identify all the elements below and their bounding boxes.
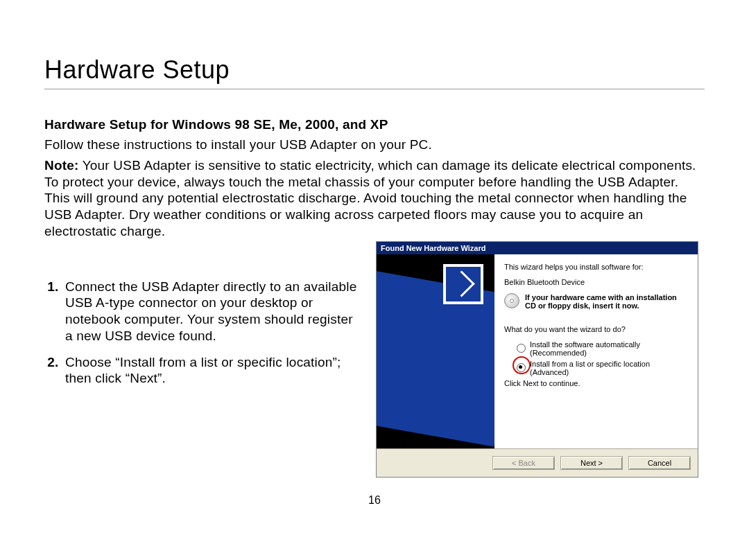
wizard-cd-text: If your hardware came with an installati… [525, 293, 688, 310]
wizard-titlebar: Found New Hardware Wizard [377, 242, 698, 254]
wizard-content: This wizard helps you install software f… [494, 254, 698, 448]
section-subhead: Hardware Setup for Windows 98 SE, Me, 20… [44, 117, 705, 132]
steps-list: Connect the USB Adapter directly to an a… [44, 279, 363, 387]
step-1: Connect the USB Adapter directly to an a… [62, 279, 363, 344]
manual-page: Hardware Setup Hardware Setup for Window… [0, 0, 749, 507]
note-paragraph: Note: Your USB Adapter is sensitive to s… [44, 157, 705, 240]
wizard-device-name: Belkin Bluetooth Device [504, 278, 688, 286]
cd-icon [504, 293, 519, 308]
step-2: Choose “Install from a list or specific … [62, 354, 363, 387]
two-column-area: Connect the USB Adapter directly to an a… [44, 240, 705, 478]
radio-icon [517, 344, 526, 353]
wizard-body: This wizard helps you install software f… [377, 254, 698, 448]
radio-install-list[interactable]: Install from a list or specific location… [517, 360, 688, 376]
radio-icon [517, 363, 526, 372]
wizard-radio-group: Install the software automatically (Reco… [517, 340, 688, 376]
cancel-button[interactable]: Cancel [628, 456, 691, 470]
wizard-footer: < Back Next > Cancel [377, 448, 698, 477]
note-body: Your USB Adapter is sensitive to static … [44, 158, 696, 238]
radio-list-label: Install from a list or specific location… [530, 360, 688, 376]
wizard-question: What do you want the wizard to do? [504, 325, 688, 333]
title-rule [44, 89, 705, 89]
back-button[interactable]: < Back [492, 456, 555, 470]
radio-install-auto[interactable]: Install the software automatically (Reco… [517, 340, 688, 357]
wizard-cd-hint: If your hardware came with an installati… [504, 293, 688, 310]
wizard-continue-line: Click Next to continue. [504, 379, 688, 387]
steps-column: Connect the USB Adapter directly to an a… [44, 240, 363, 397]
wizard-intro-line: This wizard helps you install software f… [504, 263, 688, 271]
next-button[interactable]: Next > [560, 456, 623, 470]
radio-auto-label: Install the software automatically (Reco… [530, 340, 688, 357]
wizard-sidebar-graphic [377, 254, 494, 448]
intro-text: Follow these instructions to install you… [44, 137, 705, 153]
note-label: Note: [44, 158, 79, 173]
page-number: 16 [44, 494, 705, 507]
found-new-hardware-wizard: Found New Hardware Wizard This wizard he… [376, 241, 698, 478]
page-title: Hardware Setup [44, 55, 705, 85]
wizard-sidebar-icon [443, 264, 483, 304]
